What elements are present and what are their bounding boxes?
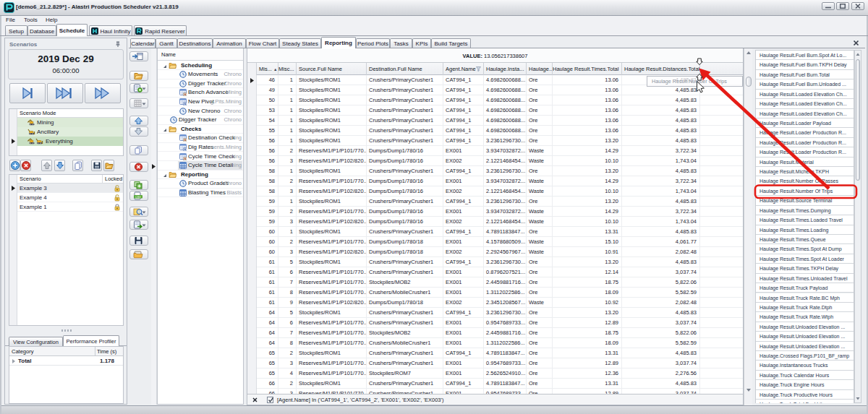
- svg-text:CSV: CSV: [135, 196, 141, 199]
